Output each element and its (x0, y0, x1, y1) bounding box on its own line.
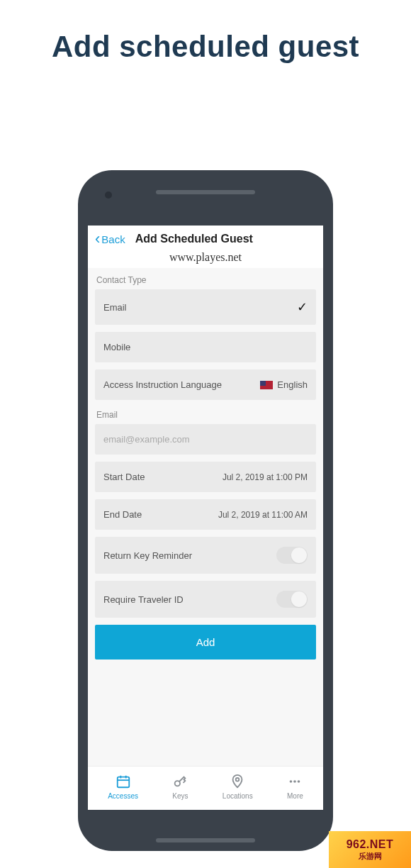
option-label: Email (103, 302, 127, 313)
phone-frame: ‹ Back Add Scheduled Guest www.playes.ne… (78, 170, 333, 851)
return-key-toggle[interactable] (276, 547, 308, 564)
chevron-left-icon: ‹ (95, 231, 100, 247)
email-input[interactable]: email@example.com (95, 424, 316, 455)
svg-point-4 (175, 781, 180, 786)
return-key-row: Return Key Reminder (95, 537, 316, 574)
svg-point-6 (290, 780, 293, 783)
traveler-id-label: Require Traveler ID (103, 594, 184, 605)
tab-label: More (287, 792, 303, 800)
hero-title: Add scheduled guest (0, 30, 411, 64)
return-key-label: Return Key Reminder (103, 550, 192, 561)
end-date-value: Jul 2, 2019 at 11:00 AM (218, 510, 308, 520)
us-flag-icon (260, 381, 273, 389)
end-date-label: End Date (103, 509, 142, 520)
page-title: Add Scheduled Guest (135, 233, 253, 245)
start-date-value: Jul 2, 2019 at 1:00 PM (223, 472, 308, 482)
end-date-row[interactable]: End Date Jul 2, 2019 at 11:00 AM (95, 499, 316, 530)
speaker-slot (156, 190, 255, 194)
back-label: Back (101, 233, 125, 245)
calendar-icon (116, 774, 131, 789)
traveler-id-toggle[interactable] (276, 591, 308, 608)
svg-point-5 (236, 778, 240, 781)
watermark-text: www.playes.net (88, 251, 323, 264)
language-text: English (277, 379, 308, 390)
check-icon: ✓ (297, 299, 308, 315)
back-button[interactable]: ‹ Back (95, 231, 125, 247)
camera-dot (105, 191, 112, 199)
language-value: English (260, 379, 308, 390)
option-label: Mobile (103, 342, 130, 352)
add-button[interactable]: Add (95, 625, 316, 660)
form-content: Contact Type Email ✓ Mobile Access Instr… (88, 268, 323, 766)
brand-top: 962.NET (347, 838, 394, 851)
start-date-row[interactable]: Start Date Jul 2, 2019 at 1:00 PM (95, 462, 316, 492)
language-label: Access Instruction Language (103, 379, 222, 390)
phone-screen: ‹ Back Add Scheduled Guest www.playes.ne… (88, 226, 323, 810)
tab-label: Accesses (108, 792, 138, 800)
key-icon (172, 774, 188, 789)
tab-accesses[interactable]: Accesses (108, 774, 138, 800)
brand-bottom: 乐游网 (359, 851, 382, 862)
tab-locations[interactable]: Locations (223, 774, 253, 800)
svg-rect-0 (117, 777, 129, 788)
tab-label: Keys (172, 792, 188, 800)
language-row[interactable]: Access Instruction Language English (95, 369, 316, 400)
location-icon (230, 774, 245, 789)
tab-keys[interactable]: Keys (172, 774, 188, 800)
nav-bar: ‹ Back Add Scheduled Guest (88, 226, 323, 250)
contact-type-label: Contact Type (95, 272, 316, 289)
tab-label: Locations (223, 792, 253, 800)
site-watermark-badge: 962.NET 乐游网 (329, 831, 411, 868)
home-indicator (156, 838, 255, 842)
email-section-label: Email (95, 407, 316, 424)
contact-type-email-option[interactable]: Email ✓ (95, 289, 316, 325)
svg-point-7 (294, 780, 297, 783)
traveler-id-row: Require Traveler ID (95, 581, 316, 618)
tab-more[interactable]: More (287, 774, 303, 800)
more-icon (287, 774, 303, 789)
tab-bar: Accesses Keys Locations More (88, 766, 323, 810)
contact-type-mobile-option[interactable]: Mobile (95, 332, 316, 362)
svg-point-8 (298, 780, 300, 783)
start-date-label: Start Date (103, 472, 145, 482)
email-placeholder: email@example.com (103, 434, 190, 445)
